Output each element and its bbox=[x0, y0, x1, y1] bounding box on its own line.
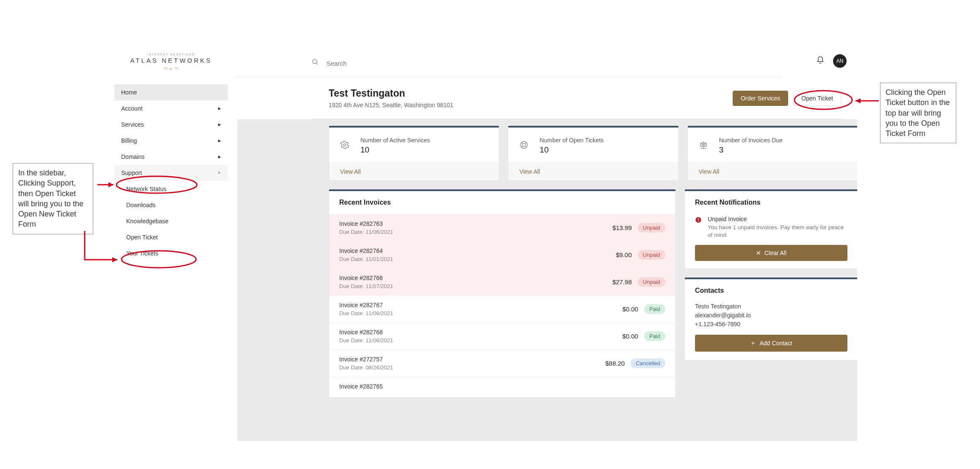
search-icon bbox=[312, 58, 319, 68]
status-badge: Cancelled bbox=[631, 358, 665, 368]
invoice-due: Due Date: 08/26/2021 bbox=[339, 364, 393, 371]
chevron-right-icon: ▶ bbox=[218, 106, 221, 111]
invoice-due: Due Date: 11/01/2021 bbox=[339, 256, 393, 262]
search-input[interactable] bbox=[327, 60, 782, 67]
avatar[interactable]: AN bbox=[833, 54, 847, 68]
contacts-heading: Contacts bbox=[685, 279, 857, 302]
invoice-row[interactable]: Invoice #282766Due Date: 11/07/2021$27.9… bbox=[329, 268, 675, 295]
invoice-due: Due Date: 11/06/2021 bbox=[339, 229, 393, 235]
invoice-row[interactable]: Invoice #282764Due Date: 11/01/2021$9.00… bbox=[329, 241, 675, 268]
nav-domains[interactable]: Domains▶ bbox=[114, 149, 228, 165]
bell-icon[interactable] bbox=[816, 56, 825, 66]
scale-icon bbox=[699, 140, 708, 151]
nav-services[interactable]: Services▶ bbox=[114, 117, 228, 133]
order-services-button[interactable]: Order Services bbox=[733, 91, 788, 106]
view-all-services[interactable]: View All bbox=[329, 162, 499, 180]
svg-point-0 bbox=[313, 59, 317, 64]
svg-rect-7 bbox=[698, 221, 698, 222]
chevron-right-icon: ▶ bbox=[218, 155, 221, 159]
recent-invoices-heading: Recent Invoices bbox=[329, 191, 675, 214]
topbar: AN Test Testingaton 1920 4th Ave N125, S… bbox=[237, 0, 858, 441]
svg-line-1 bbox=[316, 63, 318, 65]
invoice-row[interactable]: Invoice #272757Due Date: 08/26/2021$88.2… bbox=[329, 350, 675, 377]
contact-phone: +1.123-456-7890 bbox=[695, 320, 847, 329]
add-contact-button[interactable]: ＋ Add Contact bbox=[695, 335, 847, 352]
contact-email: alexander@gigabit.io bbox=[695, 311, 847, 320]
sidebar: INTERNET REDEFINED ATLAS NETWORKS 〜 ⬥ 〜 … bbox=[114, 49, 228, 261]
recent-notifications-panel: Recent Notifications Unpaid Invoice You … bbox=[684, 189, 857, 269]
close-icon: ✕ bbox=[756, 250, 761, 256]
life-ring-icon bbox=[519, 140, 529, 151]
invoice-amount: $27.98 bbox=[612, 278, 632, 286]
recent-notifications-heading: Recent Notifications bbox=[685, 191, 857, 214]
nav-home[interactable]: Home bbox=[114, 84, 228, 100]
invoice-row[interactable]: Invoice #282767Due Date: 11/08/2021$0.00… bbox=[329, 295, 675, 322]
view-all-invoices[interactable]: View All bbox=[688, 162, 857, 180]
status-badge: Paid bbox=[644, 331, 665, 341]
status-badge: Unpaid bbox=[638, 250, 665, 260]
nav-your-tickets[interactable]: Your Tickets bbox=[114, 245, 228, 261]
svg-point-2 bbox=[343, 144, 346, 146]
contact-name: Testo Testingaton bbox=[695, 302, 847, 311]
invoice-due: Due Date: 11/07/2021 bbox=[339, 283, 393, 289]
nav-support[interactable]: Support▼ bbox=[114, 165, 228, 181]
invoice-amount: $9.00 bbox=[616, 251, 632, 258]
invoice-name: Invoice #282766 bbox=[339, 275, 393, 281]
contacts-panel: Contacts Testo Testingaton alexander@gig… bbox=[684, 278, 857, 361]
nav-network-status[interactable]: Network Status bbox=[114, 181, 228, 197]
clear-notifications-button[interactable]: ✕ Clear All bbox=[695, 245, 847, 261]
invoice-row[interactable]: Invoice #282768Due Date: 11/08/2021$0.00… bbox=[329, 322, 675, 350]
invoice-amount: $0.00 bbox=[622, 333, 638, 340]
invoice-due: Due Date: 11/08/2021 bbox=[339, 337, 393, 344]
view-all-tickets[interactable]: View All bbox=[508, 162, 678, 180]
invoice-due: Due Date: 11/08/2021 bbox=[339, 310, 393, 316]
gear-icon bbox=[340, 140, 349, 151]
nav-open-ticket[interactable]: Open Ticket bbox=[114, 229, 228, 245]
invoice-amount: $88.20 bbox=[605, 360, 625, 367]
stat-active-services: Number of Active Services10 View All bbox=[329, 126, 499, 181]
annotation-right: Clicking the Open Ticket button in the t… bbox=[880, 83, 956, 143]
annotation-left: In the sidebar, Clicking Support, then O… bbox=[13, 163, 93, 234]
svg-rect-6 bbox=[698, 218, 698, 220]
status-badge: Paid bbox=[644, 304, 665, 314]
invoice-name: Invoice #282763 bbox=[339, 220, 393, 227]
invoice-name: Invoice #272757 bbox=[339, 356, 393, 363]
chevron-right-icon: ▶ bbox=[218, 122, 221, 127]
plus-icon: ＋ bbox=[750, 339, 756, 347]
invoice-name: Invoice #282765 bbox=[339, 383, 383, 390]
recent-invoices-panel: Recent Invoices Invoice #282763Due Date:… bbox=[329, 189, 676, 398]
chevron-right-icon: ▶ bbox=[218, 139, 221, 143]
status-badge: Unpaid bbox=[638, 277, 665, 287]
invoice-name: Invoice #282768 bbox=[339, 329, 393, 336]
main: Number of Active Services10 View All Num… bbox=[237, 119, 857, 441]
nav-knowledgebase[interactable]: Knowledgebase bbox=[114, 213, 228, 229]
invoice-amount: $13.99 bbox=[612, 224, 632, 231]
stat-open-tickets: Number of Open Tickets10 View All bbox=[508, 126, 678, 181]
invoice-name: Invoice #282764 bbox=[339, 247, 393, 254]
page-subtitle: 1920 4th Ave N125, Seattle, Washington 9… bbox=[329, 102, 453, 108]
nav-account[interactable]: Account▶ bbox=[114, 100, 228, 117]
stat-invoices-due: Number of Invoices Due3 View All bbox=[687, 126, 857, 181]
chevron-down-icon: ▼ bbox=[217, 171, 221, 175]
invoice-amount: $0.00 bbox=[622, 305, 638, 313]
svg-marker-11 bbox=[108, 182, 114, 187]
nav-billing[interactable]: Billing▶ bbox=[114, 133, 228, 149]
notification-item: Unpaid Invoice You have 1 unpaid invoice… bbox=[695, 214, 847, 245]
alert-icon bbox=[695, 216, 702, 239]
open-ticket-button[interactable]: Open Ticket bbox=[793, 91, 841, 106]
invoice-name: Invoice #282767 bbox=[339, 302, 393, 308]
status-badge: Unpaid bbox=[638, 223, 665, 233]
page-title: Test Testingaton bbox=[329, 88, 453, 99]
invoice-row[interactable]: Invoice #282763Due Date: 11/06/2021$13.9… bbox=[329, 214, 675, 241]
nav-downloads[interactable]: Downloads bbox=[114, 197, 228, 213]
logo: INTERNET REDEFINED ATLAS NETWORKS 〜 ⬥ 〜 bbox=[114, 49, 228, 84]
svg-point-4 bbox=[523, 143, 526, 146]
invoice-row[interactable]: Invoice #282765 bbox=[329, 377, 675, 397]
